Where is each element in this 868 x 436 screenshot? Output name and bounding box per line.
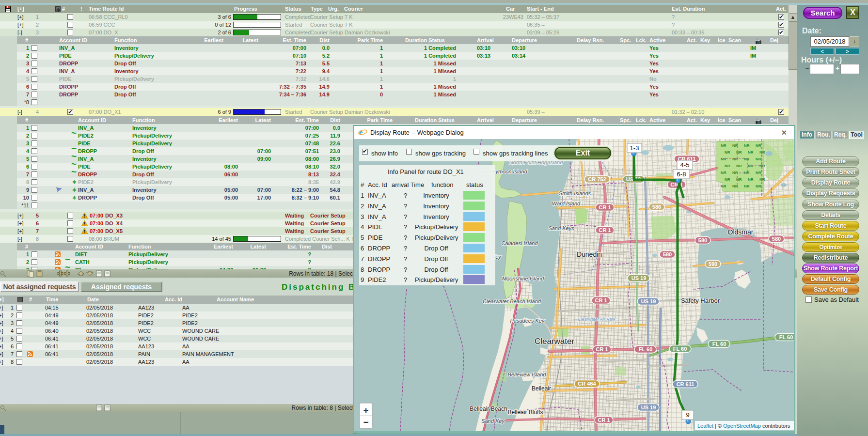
svg-text:NR: NR — [721, 184, 726, 188]
svg-text:586: 586 — [652, 204, 661, 210]
svg-text:CR 464: CR 464 — [578, 381, 596, 387]
svg-text:Oldsmar: Oldsmar — [728, 228, 754, 236]
svg-text:Clearwater: Clearwater — [535, 337, 575, 346]
svg-text:US 19: US 19 — [641, 298, 656, 304]
svg-text:FL 60: FL 60 — [712, 341, 726, 347]
svg-text:Sand Key: Sand Key — [481, 418, 505, 424]
svg-text:NR: NR — [721, 157, 726, 161]
svg-text:Clearwater Air Park: Clearwater Air Park — [578, 317, 615, 322]
svg-text:9: 9 — [686, 411, 689, 419]
svg-text:FL 60: FL 60 — [779, 334, 793, 340]
svg-text:Belleair Bluffs: Belleair Bluffs — [507, 409, 543, 416]
svg-text:NR: NR — [756, 157, 761, 161]
svg-text:CR 611: CR 611 — [677, 381, 694, 387]
svg-text:FL 60: FL 60 — [673, 346, 687, 352]
svg-text:580: 580 — [663, 251, 672, 257]
svg-text:CR 1: CR 1 — [596, 346, 608, 352]
svg-text:Dunedin: Dunedin — [577, 250, 602, 258]
svg-text:CR 1: CR 1 — [599, 204, 611, 210]
svg-text:NR: NR — [744, 157, 750, 161]
svg-text:CR 1: CR 1 — [598, 417, 610, 423]
svg-text:1-3: 1-3 — [630, 144, 639, 152]
svg-text:Caladesi Island: Caladesi Island — [501, 240, 538, 246]
svg-text:NR: NR — [759, 150, 765, 155]
svg-text:NR: NR — [725, 177, 730, 182]
svg-text:4-5: 4-5 — [680, 161, 690, 169]
svg-text:NR: NR — [756, 184, 761, 188]
svg-text:Belleair Beach: Belleair Beach — [470, 405, 507, 412]
svg-text:NR: NR — [748, 150, 754, 155]
svg-text:Smith Islands: Smith Islands — [559, 190, 591, 196]
svg-text:Leaflet | © OpenStreetMap cont: Leaflet | © OpenStreetMap contributors — [697, 423, 790, 429]
svg-text:CR 1: CR 1 — [599, 227, 611, 233]
svg-text:CR 1: CR 1 — [595, 297, 607, 303]
svg-text:US 19: US 19 — [641, 405, 656, 410]
svg-text:NR: NR — [748, 177, 754, 182]
svg-text:580: 580 — [772, 236, 781, 242]
svg-text:NR: NR — [759, 177, 765, 182]
svg-text:Belleview Island: Belleview Island — [508, 372, 547, 377]
svg-text:Belleair: Belleair — [532, 385, 551, 392]
svg-text:NR: NR — [725, 164, 730, 168]
svg-text:580: 580 — [698, 237, 707, 243]
svg-text:NR: NR — [736, 164, 742, 168]
svg-text:NR: NR — [744, 184, 750, 188]
svg-text:Clearwater Beach Island: Clearwater Beach Island — [483, 298, 541, 304]
svg-text:Sand Keys: Sand Keys — [548, 225, 574, 231]
svg-text:FL 60: FL 60 — [639, 346, 653, 352]
svg-text:6-8: 6-8 — [677, 171, 686, 178]
svg-text:US 19: US 19 — [631, 275, 647, 281]
svg-text:CR 752: CR 752 — [588, 176, 606, 182]
svg-text:−: − — [363, 417, 368, 427]
svg-text:Ward Island: Ward Island — [552, 201, 581, 206]
svg-text:NR: NR — [721, 171, 726, 175]
svg-text:Safety Harbor: Safety Harbor — [681, 297, 720, 304]
svg-text:NR: NR — [756, 143, 761, 148]
svg-text:590: 590 — [709, 261, 717, 267]
svg-text:NR: NR — [744, 143, 750, 148]
svg-text:+: + — [363, 405, 368, 415]
svg-text:Pasadees Key: Pasadees Key — [510, 318, 545, 324]
svg-text:e: e — [359, 128, 363, 137]
svg-text:NR: NR — [725, 150, 730, 155]
svg-text:NR: NR — [721, 143, 726, 148]
svg-text:NR: NR — [756, 171, 761, 175]
svg-text:Moonshine Island: Moonshine Island — [502, 276, 544, 281]
